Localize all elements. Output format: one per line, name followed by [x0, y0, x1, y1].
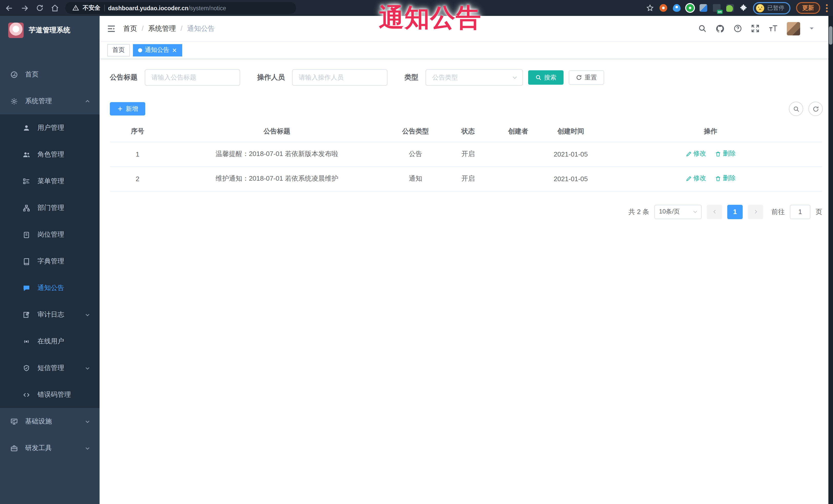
extension-icon-pin[interactable]: [673, 4, 681, 12]
reset-button[interactable]: 重置: [569, 70, 604, 85]
pagination: 共 2 条 10条/页 1 前往 页: [110, 205, 822, 219]
app-logo: [8, 23, 24, 38]
search-icon[interactable]: [698, 24, 707, 33]
app-logo-row[interactable]: 芋道管理系统: [0, 16, 100, 45]
search-icon: [535, 74, 542, 80]
chevron-down-icon: [85, 312, 90, 317]
close-icon[interactable]: [172, 47, 177, 53]
sidebar-item-posts[interactable]: 岗位管理: [0, 221, 100, 248]
col-title: 公告标题: [165, 121, 388, 142]
user-avatar[interactable]: [787, 22, 800, 35]
fullscreen-icon[interactable]: [751, 24, 760, 33]
edit-button[interactable]: 修改: [686, 174, 706, 183]
operator-filter-input[interactable]: [292, 69, 387, 86]
window-scrollbar[interactable]: [828, 16, 833, 504]
add-button[interactable]: 新增: [110, 102, 145, 116]
sidebar-item-dict[interactable]: 字典管理: [0, 248, 100, 274]
title-filter-input[interactable]: [145, 69, 240, 86]
sidebar-item-dev-tools[interactable]: 研发工具: [0, 435, 100, 461]
page-size-select[interactable]: 10条/页: [654, 205, 701, 219]
font-size-icon[interactable]: [768, 24, 778, 33]
sidebar-item-system[interactable]: 系统管理: [0, 88, 100, 115]
refresh-table-button[interactable]: [808, 102, 823, 116]
delete-button[interactable]: 删除: [715, 174, 736, 183]
col-status: 状态: [443, 121, 494, 142]
filter-form: 公告标题 操作人员 类型 公告类型: [110, 69, 823, 86]
col-created: 创建时间: [543, 121, 599, 142]
search-button[interactable]: 搜索: [528, 70, 564, 85]
sidebar-menu: 首页 系统管理 用户管理 角色管理: [0, 45, 100, 461]
edit-button[interactable]: 修改: [686, 150, 706, 158]
next-page-button[interactable]: [748, 205, 763, 219]
audit-icon: [23, 311, 30, 318]
edit-icon: [686, 151, 692, 157]
avatar-caret-icon[interactable]: [809, 26, 814, 31]
roles-icon: [23, 151, 30, 158]
notice-title: 温馨提醒：2018-07-01 若依新版本发布啦: [165, 142, 388, 166]
address-bar[interactable]: 不安全 dashboard.yudao.iocoder.cn/system/no…: [65, 2, 296, 14]
browser-update-button[interactable]: 更新: [796, 2, 820, 14]
reload-icon[interactable]: [36, 4, 44, 12]
sidebar-item-roles[interactable]: 角色管理: [0, 141, 100, 168]
extension-icon-sprout[interactable]: [726, 4, 734, 12]
bookmark-star-icon[interactable]: [646, 4, 654, 12]
scrollbar-thumb[interactable]: [829, 26, 832, 45]
page-number-1[interactable]: 1: [727, 205, 743, 219]
sidebar-item-audit-log[interactable]: 审计日志: [0, 301, 100, 328]
sidebar-item-users[interactable]: 用户管理: [0, 115, 100, 141]
home-icon[interactable]: [51, 4, 59, 12]
sidebar: 芋道管理系统 首页 系统管理 用户管理: [0, 16, 100, 504]
refresh-icon: [576, 74, 582, 80]
annotation-overlay: 通知公告: [379, 1, 481, 35]
plus-icon: [117, 106, 123, 112]
prev-page-button[interactable]: [707, 205, 722, 219]
browser-profile-chip[interactable]: 已暂停: [753, 2, 790, 14]
goto-page-input[interactable]: [790, 205, 810, 219]
notice-icon: [23, 284, 30, 292]
table-row[interactable]: 2 维护通知：2018-07-01 若依系统凌晨维护 通知 开启 2021-01…: [110, 166, 822, 191]
sidebar-item-home[interactable]: 首页: [0, 61, 100, 88]
hamburger-icon[interactable]: [107, 24, 116, 33]
breadcrumb-home[interactable]: 首页: [123, 24, 137, 33]
chevron-down-icon: [85, 418, 90, 424]
extension-icon-orange[interactable]: [660, 4, 667, 12]
browser-menu-icon[interactable]: [826, 4, 828, 12]
book-icon: [23, 257, 30, 265]
type-filter-select[interactable]: 公告类型: [426, 69, 523, 86]
sidebar-item-online-users[interactable]: 在线用户: [0, 328, 100, 355]
back-icon[interactable]: [5, 4, 13, 12]
notice-table: 序号 公告标题 公告类型 状态 创建者 创建时间 操作 1 温馨提醒：2018-: [110, 121, 822, 191]
sidebar-item-sms[interactable]: 短信管理: [0, 355, 100, 381]
sidebar-item-depts[interactable]: 部门管理: [0, 194, 100, 221]
help-icon[interactable]: [733, 24, 742, 33]
tag-notice[interactable]: 通知公告: [133, 44, 182, 56]
github-icon[interactable]: [715, 24, 725, 33]
code-icon: [23, 391, 30, 399]
refresh-icon: [812, 105, 819, 112]
badge-icon: [23, 231, 30, 238]
sidebar-item-menus[interactable]: 菜单管理: [0, 168, 100, 194]
edit-icon: [686, 175, 692, 182]
sidebar-item-infra[interactable]: 基础设施: [0, 408, 100, 435]
sidebar-item-error-codes[interactable]: 错误码管理: [0, 381, 100, 408]
extension-icon-sim[interactable]: on: [713, 4, 721, 12]
extension-icon-puzzle[interactable]: [740, 4, 747, 12]
title-filter-label: 公告标题: [110, 73, 138, 82]
delete-button[interactable]: 删除: [715, 150, 736, 158]
table-row[interactable]: 1 温馨提醒：2018-07-01 若依新版本发布啦 公告 开启 2021-01…: [110, 142, 822, 166]
extension-icon-diamond[interactable]: [699, 4, 707, 12]
gear-icon: [10, 97, 18, 105]
forward-icon[interactable]: [21, 4, 29, 12]
extension-icon-green[interactable]: [686, 4, 694, 12]
breadcrumb: 首页 / 系统管理 / 通知公告: [123, 24, 215, 33]
tag-home[interactable]: 首页: [107, 44, 130, 56]
notice-title: 维护通知：2018-07-01 若依系统凌晨维护: [165, 166, 388, 191]
sidebar-item-notice[interactable]: 通知公告: [0, 274, 100, 301]
breadcrumb-current: 通知公告: [187, 24, 215, 33]
breadcrumb-system[interactable]: 系统管理: [148, 24, 176, 33]
sms-shield-icon: [23, 364, 30, 372]
operator-filter-label: 操作人员: [257, 73, 285, 82]
goto-label: 前往: [771, 207, 785, 216]
extension-on-badge: on: [717, 10, 723, 14]
toggle-search-button[interactable]: [789, 102, 803, 116]
